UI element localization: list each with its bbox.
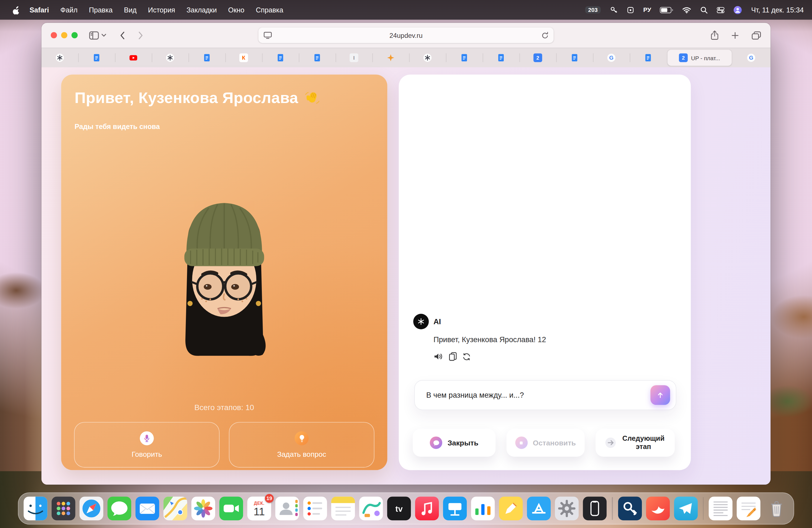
dock-facetime[interactable] xyxy=(219,497,243,520)
copy-icon[interactable] xyxy=(449,352,457,361)
dock-notes[interactable] xyxy=(331,497,355,520)
speak-button[interactable]: Говорить xyxy=(74,422,220,468)
wifi-icon[interactable] xyxy=(682,6,692,13)
dock-textedit[interactable] xyxy=(709,497,733,520)
dock-iphone-mirroring[interactable] xyxy=(583,497,607,520)
user-menu-icon[interactable] xyxy=(734,5,742,14)
dock-finder[interactable] xyxy=(24,497,47,520)
ask-question-button[interactable]: Задать вопрос xyxy=(229,422,375,468)
key-icon[interactable] xyxy=(610,6,618,14)
battery-icon[interactable] xyxy=(660,6,673,13)
menu-bookmarks[interactable]: Закладки xyxy=(181,6,222,14)
dock-bird-app[interactable] xyxy=(646,497,669,520)
tab-docs-4[interactable] xyxy=(189,48,226,67)
dock-messages[interactable] xyxy=(107,497,131,520)
svg-text:tv: tv xyxy=(395,504,403,513)
regenerate-icon[interactable] xyxy=(462,352,470,361)
dock-launchpad[interactable] xyxy=(52,497,75,520)
dock-appstore[interactable] xyxy=(527,497,551,520)
dock-photos[interactable] xyxy=(191,497,215,520)
tab-youtube-2[interactable] xyxy=(115,48,151,67)
tab-overview-icon[interactable] xyxy=(752,31,762,40)
tab-docs-16[interactable] xyxy=(630,48,666,67)
dock-maps[interactable] xyxy=(163,497,187,520)
tab-docs-14[interactable] xyxy=(556,48,593,67)
reload-icon[interactable] xyxy=(541,31,549,39)
tab-kinopoisk-5[interactable]: К xyxy=(226,48,262,67)
dock-telegram[interactable] xyxy=(673,497,697,520)
dock-music[interactable] xyxy=(415,497,439,520)
sidebar-toggle-icon[interactable] xyxy=(89,31,99,40)
menu-help[interactable]: Справка xyxy=(250,6,289,14)
tab-number2-13[interactable]: 2 xyxy=(520,48,556,67)
dock-password-app[interactable] xyxy=(618,497,642,520)
dock-settings[interactable] xyxy=(555,497,579,520)
menu-window[interactable]: Окно xyxy=(222,6,250,14)
app-status-icon[interactable] xyxy=(627,6,634,14)
close-window-button[interactable] xyxy=(51,32,57,39)
status-badge[interactable]: 203 xyxy=(585,6,601,14)
ai-avatar-icon xyxy=(413,314,429,329)
chat-input[interactable]: В чем разница между... и...? xyxy=(414,380,677,410)
menubar-clock[interactable]: Чт, 11 дек. 15:34 xyxy=(751,6,804,14)
zoom-window-button[interactable] xyxy=(72,32,78,39)
tab-docs-1[interactable] xyxy=(78,48,115,67)
input-source-indicator[interactable]: РУ xyxy=(643,6,651,14)
dock-calendar[interactable]: дек.1119 xyxy=(247,497,271,520)
tab-docs-12[interactable] xyxy=(483,48,520,67)
control-center-icon[interactable] xyxy=(717,6,725,14)
chat-message: AI Привет, Кузенкова Ярослава! 12 xyxy=(413,314,677,361)
tab-chatgpt-10[interactable] xyxy=(409,48,446,67)
dock-appletv[interactable]: tv xyxy=(387,497,411,520)
svg-text:2: 2 xyxy=(536,55,539,61)
spotlight-search-icon[interactable] xyxy=(700,6,708,14)
greeting-title-text: Привет, Кузенкова Ярослава xyxy=(75,89,298,107)
minimize-window-button[interactable] xyxy=(61,32,68,39)
chat-bubble-icon xyxy=(430,437,443,449)
svg-text:I: I xyxy=(353,55,354,61)
dock-trash[interactable] xyxy=(765,497,788,520)
tab-chatgpt-3[interactable] xyxy=(151,48,188,67)
next-stage-button[interactable]: Следующий этап xyxy=(595,429,675,457)
dock-mail[interactable] xyxy=(135,497,159,520)
tab-active[interactable]: 2UP - плат... xyxy=(668,50,732,66)
tab-docs-7[interactable] xyxy=(299,48,336,67)
dock-safari[interactable] xyxy=(79,497,103,520)
menu-view[interactable]: Вид xyxy=(118,6,142,14)
dock-reminders[interactable] xyxy=(303,497,327,520)
sidebar-chevron-icon[interactable] xyxy=(102,34,106,37)
tab-chatgpt-0[interactable] xyxy=(41,48,78,67)
active-tab-title: UP - плат... xyxy=(691,55,720,61)
dock-pencil-app[interactable] xyxy=(499,497,523,520)
dock-doc-pencil[interactable] xyxy=(737,497,760,520)
menu-safari[interactable]: Safari xyxy=(24,6,55,14)
dock-freeform[interactable] xyxy=(359,497,383,520)
address-bar[interactable]: 24updev.ru xyxy=(259,27,554,43)
tab-google-15[interactable]: G xyxy=(593,48,630,67)
tab-letter-i-8[interactable]: I xyxy=(336,48,372,67)
new-tab-icon[interactable] xyxy=(731,31,739,39)
ask-button-label: Задать вопрос xyxy=(277,450,326,458)
tab-docs-11[interactable] xyxy=(446,48,482,67)
menu-edit[interactable]: Правка xyxy=(83,6,118,14)
next-button-label: Следующий этап xyxy=(621,435,666,451)
dock-contacts[interactable] xyxy=(275,497,299,520)
dock-keynote[interactable] xyxy=(443,497,467,520)
page-settings-icon[interactable] xyxy=(263,31,272,39)
close-button[interactable]: Закрыть xyxy=(412,429,495,457)
svg-text:К: К xyxy=(242,55,246,61)
dock-stats[interactable] xyxy=(471,497,495,520)
tab-google-last[interactable]: G xyxy=(733,48,769,67)
apple-logo-icon[interactable] xyxy=(8,5,22,14)
back-button[interactable] xyxy=(120,31,125,40)
stop-button[interactable]: Остановить xyxy=(507,429,585,457)
ai-name: AI xyxy=(433,317,441,326)
forward-button[interactable] xyxy=(139,31,144,40)
tab-docs-6[interactable] xyxy=(262,48,299,67)
speak-aloud-icon[interactable] xyxy=(433,353,443,361)
tab-sparkle-9[interactable] xyxy=(372,48,409,67)
menu-history[interactable]: История xyxy=(142,6,180,14)
send-button[interactable] xyxy=(650,385,670,405)
menu-file[interactable]: Файл xyxy=(55,6,83,14)
share-icon[interactable] xyxy=(711,30,719,41)
